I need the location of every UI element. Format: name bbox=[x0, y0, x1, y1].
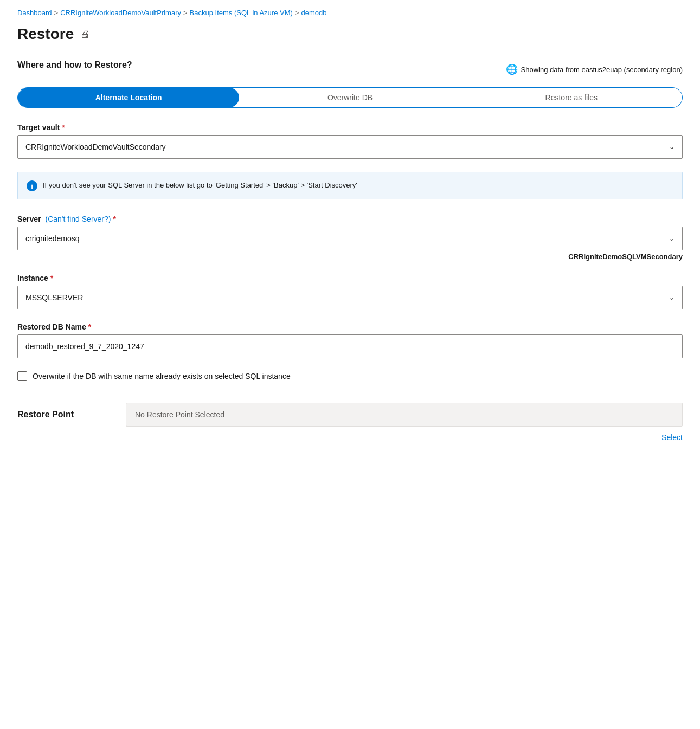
restore-point-label: Restore Point bbox=[17, 410, 115, 420]
breadcrumb-dashboard[interactable]: Dashboard bbox=[17, 9, 52, 17]
restored-db-name-input[interactable] bbox=[17, 334, 683, 358]
info-banner: i If you don't see your SQL Server in th… bbox=[17, 172, 683, 199]
overwrite-checkbox-row[interactable]: Overwrite if the DB with same name alrea… bbox=[17, 371, 683, 381]
region-info-text: Showing data from eastus2euap (secondary… bbox=[521, 66, 683, 74]
server-dropdown[interactable]: crrignitedemosq ⌄ bbox=[17, 227, 683, 250]
target-vault-value: CRRIgniteWorkloadDemoVaultSecondary bbox=[25, 143, 166, 151]
tab-restore-as-files[interactable]: Restore as files bbox=[461, 88, 682, 107]
info-icon: i bbox=[27, 180, 37, 191]
server-value: crrignitedemosq bbox=[25, 234, 80, 243]
restore-point-select-row: Select bbox=[17, 431, 683, 442]
page-header: Restore 🖨 bbox=[17, 25, 683, 43]
server-chevron-icon: ⌄ bbox=[669, 235, 675, 242]
instance-dropdown[interactable]: MSSQLSERVER ⌄ bbox=[17, 286, 683, 309]
instance-field: Instance * MSSQLSERVER ⌄ bbox=[17, 274, 683, 309]
region-info: 🌐 Showing data from eastus2euap (seconda… bbox=[506, 63, 683, 75]
instance-required: * bbox=[50, 274, 53, 282]
restored-db-name-field: Restored DB Name * bbox=[17, 322, 683, 358]
target-vault-required: * bbox=[62, 123, 65, 132]
info-banner-text: If you don't see your SQL Server in the … bbox=[43, 180, 357, 191]
page-title: Restore bbox=[17, 25, 74, 43]
target-vault-chevron-icon: ⌄ bbox=[669, 143, 675, 151]
breadcrumb-demodb[interactable]: demodb bbox=[301, 9, 326, 17]
server-label: Server (Can't find Server?) * bbox=[17, 215, 683, 223]
breadcrumb-sep-2: > bbox=[183, 9, 188, 17]
tab-alternate-location[interactable]: Alternate Location bbox=[18, 88, 239, 107]
tab-overwrite-db[interactable]: Overwrite DB bbox=[239, 88, 460, 107]
breadcrumb-sep-1: > bbox=[54, 9, 59, 17]
tab-selector: Alternate Location Overwrite DB Restore … bbox=[17, 87, 683, 108]
print-icon[interactable]: 🖨 bbox=[80, 29, 90, 40]
breadcrumb-backup-items[interactable]: Backup Items (SQL in Azure VM) bbox=[190, 9, 293, 17]
globe-icon: 🌐 bbox=[506, 63, 518, 75]
section-title: Where and how to Restore? bbox=[17, 60, 132, 70]
breadcrumb-vault-primary[interactable]: CRRIgniteWorkloadDemoVaultPrimary bbox=[60, 9, 181, 17]
restore-point-section: Restore Point No Restore Point Selected … bbox=[17, 403, 683, 442]
server-required: * bbox=[113, 215, 115, 223]
server-cant-find-link[interactable]: (Can't find Server?) bbox=[43, 215, 111, 223]
instance-label: Instance * bbox=[17, 274, 683, 282]
section-header-row: Where and how to Restore? 🌐 Showing data… bbox=[17, 60, 683, 79]
restore-point-row: Restore Point No Restore Point Selected bbox=[17, 403, 683, 427]
breadcrumb-sep-3: > bbox=[295, 9, 299, 17]
restored-db-name-label: Restored DB Name * bbox=[17, 322, 683, 331]
instance-chevron-icon: ⌄ bbox=[669, 294, 675, 301]
restore-point-placeholder: No Restore Point Selected bbox=[126, 403, 683, 427]
server-hint: CRRIgniteDemoSQLVMSecondary bbox=[17, 253, 683, 261]
target-vault-label: Target vault * bbox=[17, 123, 683, 132]
restore-point-select-link[interactable]: Select bbox=[662, 433, 683, 442]
target-vault-dropdown[interactable]: CRRIgniteWorkloadDemoVaultSecondary ⌄ bbox=[17, 135, 683, 159]
instance-value: MSSQLSERVER bbox=[25, 293, 83, 302]
overwrite-checkbox[interactable] bbox=[17, 371, 27, 381]
restored-db-name-required: * bbox=[88, 322, 91, 331]
server-field: Server (Can't find Server?) * crrignited… bbox=[17, 215, 683, 261]
overwrite-checkbox-label: Overwrite if the DB with same name alrea… bbox=[33, 372, 291, 380]
breadcrumb: Dashboard > CRRIgniteWorkloadDemoVaultPr… bbox=[17, 9, 683, 17]
target-vault-field: Target vault * CRRIgniteWorkloadDemoVaul… bbox=[17, 123, 683, 159]
